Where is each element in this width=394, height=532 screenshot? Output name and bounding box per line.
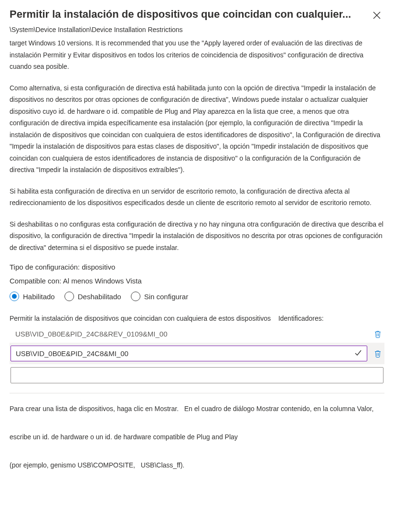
trash-icon [373, 330, 382, 338]
footer-help-text: Para crear una lista de dispositivos, ha… [10, 402, 384, 472]
close-button[interactable] [369, 8, 384, 23]
supported-on-label: Compatible con: Al menos Windows Vista [10, 277, 384, 285]
delete-item-button[interactable] [372, 328, 383, 340]
description-block: target Windows 10 versions. It is recomm… [10, 37, 384, 253]
description-para-4: Si deshabilitas o no configuras esta con… [10, 218, 384, 254]
list-item-input-empty[interactable] [11, 367, 383, 383]
breadcrumb: \System\Device Installation\Device Insta… [10, 26, 384, 33]
header-row: Permitir la instalación de dispositivos … [10, 8, 384, 23]
radio-circle-icon [131, 292, 140, 301]
identifier-list: USB\VID_0B0E&PID_24C8&REV_0109&MI_00 USB… [10, 325, 384, 386]
list-item-value: USB\VID_0B0E&PID_24C8&REV_0109&MI_00 [11, 328, 367, 340]
trash-icon [373, 349, 382, 358]
description-para-1: target Windows 10 versions. It is recomm… [10, 37, 384, 73]
divider [10, 393, 384, 393]
setting-type-label: Tipo de configuración: dispositivo [10, 263, 384, 271]
list-section-label: Permitir la instalación de dispositivos … [10, 315, 384, 322]
radio-enabled[interactable]: Habilitado [10, 292, 55, 301]
list-item[interactable]: USB\VID_0B0E&PID_24C8&MI_00 [10, 343, 384, 364]
list-item[interactable]: USB\VID_0B0E&PID_24C8&REV_0109&MI_00 [10, 325, 384, 343]
description-para-3: Si habilita esta configuración de direct… [10, 185, 384, 209]
confirm-input-button[interactable] [354, 349, 362, 358]
list-item-value: USB\VID_0B0E&PID_24C8&MI_00 [16, 349, 128, 358]
list-item-new[interactable] [10, 364, 384, 386]
radio-not-configured[interactable]: Sin configurar [131, 292, 189, 301]
state-radio-group: Habilitado Deshabilitado Sin configurar [10, 292, 384, 301]
description-para-2: Como alternativa, si esta configuración … [10, 82, 384, 176]
delete-item-button[interactable] [372, 348, 383, 359]
list-item-input[interactable]: USB\VID_0B0E&PID_24C8&MI_00 [11, 346, 367, 361]
radio-disabled[interactable]: Deshabilitado [64, 292, 121, 301]
radio-not-configured-label: Sin configurar [144, 293, 189, 301]
radio-disabled-label: Deshabilitado [78, 293, 121, 301]
check-icon [354, 349, 362, 357]
policy-settings-pane: Permitir la instalación de dispositivos … [0, 0, 394, 487]
radio-circle-icon [10, 292, 19, 301]
radio-enabled-label: Habilitado [23, 293, 55, 301]
close-icon [373, 11, 381, 19]
radio-circle-icon [64, 292, 74, 301]
page-title: Permitir la instalación de dispositivos … [10, 8, 369, 22]
